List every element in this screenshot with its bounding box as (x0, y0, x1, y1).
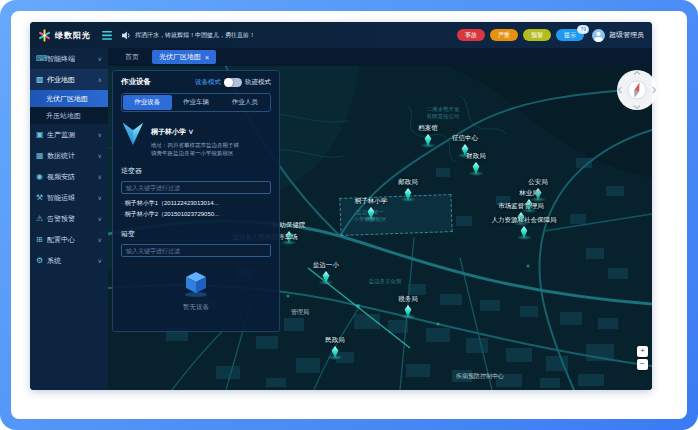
sidebar-item[interactable]: ⚠ 告警预警 ∨ (30, 208, 108, 229)
alarm-badge[interactable]: 预警 (523, 29, 551, 41)
chevron-icon: ∨ (98, 55, 102, 62)
sidebar-item-label: 作业地图 (47, 75, 75, 85)
map-marker[interactable]: 税务局 (398, 295, 418, 319)
map-place-label: 盐边县文化馆 (369, 278, 402, 285)
alarm-count-badge: 79 (577, 25, 589, 34)
panel-title: 作业设备 (121, 77, 151, 87)
sidebar-item-label: 数据统计 (47, 151, 75, 161)
empty-state-text: 暂无设备 (121, 303, 271, 312)
chevron-icon: ∨ (98, 194, 102, 201)
beacon-icon (367, 207, 376, 219)
zoom-out-button[interactable]: − (637, 359, 648, 370)
logo-star-icon (38, 29, 51, 42)
camera-icon: ◉ (36, 173, 47, 181)
chevron-icon: ∨ (98, 257, 102, 264)
track-mode-label[interactable]: 轨迹模式 (245, 78, 271, 87)
speaker-icon (122, 31, 131, 40)
user-name: 超级管理员 (609, 30, 644, 40)
mode-toggle-group: 设备模式 轨迹模式 (195, 78, 271, 87)
sidebar-item[interactable]: ⚒ 智能运维 ∨ (30, 187, 108, 208)
location-arrow-icon (121, 120, 145, 146)
beacon-icon (322, 271, 331, 283)
user-menu[interactable]: 超级管理员 (592, 29, 644, 42)
sidebar-item[interactable]: ▦ 数据统计 ∨ (30, 145, 108, 166)
marker-label: 盐边一小 (313, 261, 339, 270)
marker-label: 人力资源和社会保障局 (492, 216, 557, 225)
sidebar-item[interactable]: ⌨ 智能终端 ∨ (30, 48, 108, 69)
marker-label: 档案馆 (418, 124, 438, 133)
sidebar-item[interactable]: ⚙ 系统 ∨ (30, 250, 108, 271)
sidebar-item-label: 智能运维 (47, 193, 75, 203)
empty-state: 暂无设备 (121, 269, 271, 312)
inverter-list: 桐子林小学1（201122423013014...桐子林小学2（20150102… (121, 198, 271, 221)
empty-box-icon (182, 269, 210, 297)
announcement-bar: 挥洒汗水，铸就辉煌！中国健儿，勇往直前！ (122, 31, 457, 40)
sidebar-item[interactable]: 光伏厂区地图 (30, 90, 108, 107)
stats-icon: ▦ (36, 152, 47, 160)
marker-label: 桐子林小学 (355, 197, 388, 206)
announcement-text: 挥洒汗水，铸就辉煌！中国健儿，勇往直前！ (135, 31, 255, 40)
tab[interactable]: 光伏厂区地图 × (152, 50, 216, 64)
panel-tab[interactable]: 作业设备 (123, 95, 172, 110)
device-mode-label[interactable]: 设备模式 (195, 78, 221, 87)
map-place-label: 二滩水电开发 有限责任公司 (427, 106, 460, 120)
sidebar-item[interactable]: ⊞ 配置中心 ∨ (30, 229, 108, 250)
chevron-icon: ∨ (98, 152, 102, 159)
sidebar-item-label: 配置中心 (47, 235, 75, 245)
marker-label: 邮政局 (398, 178, 418, 187)
map-zoom-controls: + − (637, 346, 648, 370)
chevron-icon: ∨ (98, 236, 102, 243)
marker-label: 公安局 (528, 178, 548, 187)
monitor-icon: ▣ (36, 131, 47, 139)
config-icon: ⊞ (36, 236, 47, 244)
box-transformer-section-label: 箱变 (121, 229, 271, 239)
zoom-in-button[interactable]: + (637, 346, 648, 357)
alarm-badge[interactable]: 提示 79 (556, 29, 584, 41)
avatar[interactable] (592, 29, 605, 42)
sidebar-item-label: 视频安防 (47, 172, 75, 182)
sidebar: ⌨ 智能终端 ∨ ▩ 作业地图 ∧ 光伏厂区地图 (30, 48, 108, 390)
map-marker[interactable]: 盐边一小 (313, 261, 339, 285)
alarm-badge[interactable]: 严重 (490, 29, 518, 41)
sidebar-item[interactable]: ◉ 视频安防 ∨ (30, 166, 108, 187)
alarm-badge[interactable]: 事故 (457, 29, 485, 41)
box-transformer-filter-input[interactable] (121, 244, 271, 257)
beacon-icon (520, 226, 529, 238)
mode-toggle[interactable] (224, 78, 242, 87)
tab-bar: 首页 光伏厂区地图 × (108, 48, 652, 66)
map-marker[interactable]: 财政局 (466, 152, 486, 176)
alarm-badges: 事故 严重 预警 提示 79 (457, 29, 584, 41)
compass-control[interactable] (615, 68, 659, 112)
chevron-icon: ∨ (98, 215, 102, 222)
tab[interactable]: 首页 (118, 50, 146, 64)
sidebar-item-label: 系统 (47, 256, 61, 266)
panel-tab[interactable]: 作业人员 (220, 95, 269, 110)
location-dropdown[interactable]: 桐子林小学 ∨ (151, 128, 194, 135)
map-marker[interactable]: 档案馆 (418, 124, 438, 148)
inverter-list-item[interactable]: 桐子林小学1（201122423013014... (121, 198, 271, 209)
app-title: 绿数阳光 (55, 30, 91, 41)
sidebar-item-label: 生产监测 (47, 130, 75, 140)
panel-tab[interactable]: 作业车辆 (172, 95, 221, 110)
sidebar-item[interactable]: ▩ 作业地图 ∧ (30, 69, 108, 90)
map-place-label: 疾病预防控制中心 (456, 373, 504, 381)
menu-collapse-icon[interactable] (102, 31, 112, 40)
tab-close-icon[interactable]: × (205, 54, 209, 61)
chevron-icon: ∨ (98, 131, 102, 138)
beacon-icon (472, 162, 481, 174)
marker-label: 市场监督管理局 (498, 202, 544, 211)
sidebar-item[interactable]: 升压站地图 (30, 107, 108, 124)
sidebar-item[interactable]: ▣ 生产监测 ∨ (30, 124, 108, 145)
inverter-filter-input[interactable] (121, 181, 271, 194)
map-marker[interactable]: 桐子林小学 (355, 197, 388, 221)
marker-label: 财政局 (466, 152, 486, 161)
sidebar-item-label: 升压站地图 (46, 111, 81, 121)
map-marker[interactable]: 民政局 (325, 336, 345, 360)
map-marker[interactable]: 人力资源和社会保障局 (492, 216, 557, 240)
alarm-icon: ⚠ (36, 215, 47, 223)
map-icon: ▩ (36, 76, 47, 84)
map-marker[interactable]: 邮政局 (398, 178, 418, 202)
terminal-icon: ⌨ (36, 55, 47, 63)
marker-label: 税务局 (398, 295, 418, 304)
inverter-list-item[interactable]: 桐子林小学2（201501023729050... (121, 209, 271, 220)
